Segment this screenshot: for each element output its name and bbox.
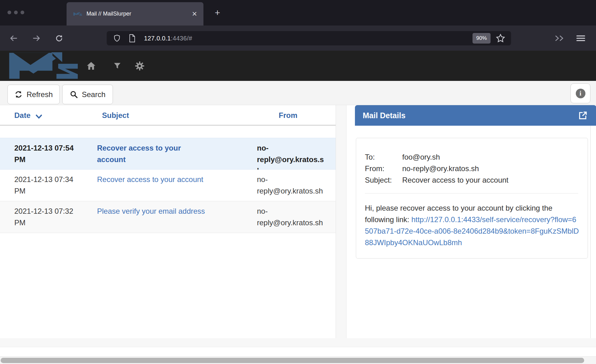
browser-tab-bar: Mail // MailSlurper ✕ + bbox=[0, 0, 596, 26]
row-subject-link[interactable]: Recover access to your account bbox=[97, 174, 209, 185]
column-header-from[interactable]: From bbox=[279, 111, 297, 120]
column-header-date[interactable]: Date bbox=[14, 111, 30, 120]
refresh-label: Refresh bbox=[26, 90, 53, 99]
tab-title: Mail // MailSlurper bbox=[86, 11, 192, 17]
mail-details-pane: Mail Details To:foo@ory.sh From:no-reply… bbox=[346, 105, 596, 338]
info-button[interactable]: i bbox=[570, 83, 590, 103]
tab-close-icon[interactable]: ✕ bbox=[192, 11, 197, 17]
from-value: no-reply@ory.kratos.sh bbox=[402, 164, 479, 173]
table-row[interactable]: 2021-12-13 07:34 PM Recover access to yo… bbox=[0, 170, 336, 201]
mail-details-card: To:foo@ory.sh From:no-reply@ory.kratos.s… bbox=[356, 138, 588, 259]
row-date: 2021-12-13 07:34 PM bbox=[14, 174, 83, 197]
mail-details-title: Mail Details bbox=[363, 111, 578, 120]
reload-icon[interactable] bbox=[55, 34, 63, 43]
row-from: no-reply@ory.kratos.sh bbox=[257, 205, 326, 228]
refresh-button[interactable]: Refresh bbox=[7, 85, 60, 104]
detail-subject-line: Subject:Recover access to your account bbox=[365, 174, 578, 186]
new-tab-button[interactable]: + bbox=[212, 8, 222, 18]
mail-details-header: Mail Details bbox=[355, 105, 596, 126]
url-host: 127.0.0.1 bbox=[144, 35, 171, 42]
url-text[interactable]: 127.0.0.1:4436/# bbox=[144, 35, 473, 42]
url-suffix: :4436/# bbox=[171, 35, 192, 42]
info-icon: i bbox=[576, 89, 585, 98]
filter-icon[interactable] bbox=[113, 62, 121, 70]
detail-from-line: From:no-reply@ory.kratos.sh bbox=[365, 163, 578, 174]
table-row[interactable]: 2021-12-13 07:32 PM Please verify your e… bbox=[0, 201, 336, 233]
browser-nav-bar: 127.0.0.1:4436/# 90% bbox=[0, 26, 596, 51]
mail-body: Hi, please recover access to your accoun… bbox=[365, 202, 580, 248]
row-from: no-reply@ory.kratos.sh bbox=[257, 174, 326, 197]
refresh-icon bbox=[14, 90, 23, 99]
details-scroll-gutter bbox=[590, 126, 591, 338]
detail-to-line: To:foo@ory.sh bbox=[365, 151, 578, 163]
home-icon[interactable] bbox=[86, 61, 96, 71]
row-subject-link[interactable]: Please verify your email address bbox=[97, 205, 209, 217]
mail-list-pane: Date Subject From 2021-12-13 07:54 PM Re… bbox=[0, 105, 336, 338]
shield-icon[interactable] bbox=[113, 34, 121, 43]
page-info-icon[interactable] bbox=[128, 34, 136, 43]
url-bar[interactable]: 127.0.0.1:4436/# 90% bbox=[107, 31, 511, 45]
app-header bbox=[0, 51, 596, 81]
row-subject-link[interactable]: Recover access to your account bbox=[97, 142, 209, 165]
mailslurper-logo bbox=[8, 52, 86, 80]
back-icon[interactable] bbox=[9, 34, 18, 43]
row-date: 2021-12-13 07:54 PM bbox=[14, 142, 83, 165]
mail-list-header: Date Subject From bbox=[0, 105, 336, 126]
horizontal-scrollbar[interactable] bbox=[0, 357, 596, 364]
footer-strip bbox=[0, 347, 596, 357]
overflow-chevrons-icon[interactable] bbox=[553, 34, 566, 43]
search-label: Search bbox=[82, 90, 105, 99]
row-date: 2021-12-13 07:32 PM bbox=[14, 205, 83, 228]
settings-gear-icon[interactable] bbox=[135, 61, 144, 71]
mail-rows: 2021-12-13 07:54 PM Recover access to yo… bbox=[0, 138, 336, 233]
horizontal-scrollbar-thumb[interactable] bbox=[1, 358, 584, 363]
card-divider bbox=[365, 193, 578, 194]
search-button[interactable]: Search bbox=[62, 85, 113, 104]
to-value: foo@ory.sh bbox=[402, 153, 440, 161]
forward-icon[interactable] bbox=[32, 34, 41, 43]
table-row[interactable]: 2021-12-13 07:54 PM Recover access to yo… bbox=[0, 138, 336, 170]
subject-value: Recover access to your account bbox=[402, 176, 509, 184]
search-icon bbox=[70, 90, 78, 99]
mailslurper-window: Mail // MailSlurper ✕ + 127.0.0.1:4436/#… bbox=[0, 0, 596, 364]
app-toolbar: Refresh Search i bbox=[0, 81, 596, 105]
subject-label: Subject: bbox=[365, 174, 402, 186]
window-controls[interactable] bbox=[7, 11, 26, 14]
menu-hamburger-icon[interactable] bbox=[576, 34, 585, 42]
to-label: To: bbox=[365, 151, 402, 163]
open-external-icon[interactable] bbox=[578, 110, 588, 121]
mailslurper-favicon bbox=[73, 12, 83, 16]
from-label: From: bbox=[365, 163, 402, 174]
browser-tab[interactable]: Mail // MailSlurper ✕ bbox=[67, 2, 203, 26]
sort-desc-chevron-icon[interactable] bbox=[35, 114, 42, 119]
column-header-subject[interactable]: Subject bbox=[102, 111, 129, 120]
zoom-level-badge[interactable]: 90% bbox=[473, 33, 491, 44]
bookmark-star-icon[interactable] bbox=[496, 33, 505, 43]
